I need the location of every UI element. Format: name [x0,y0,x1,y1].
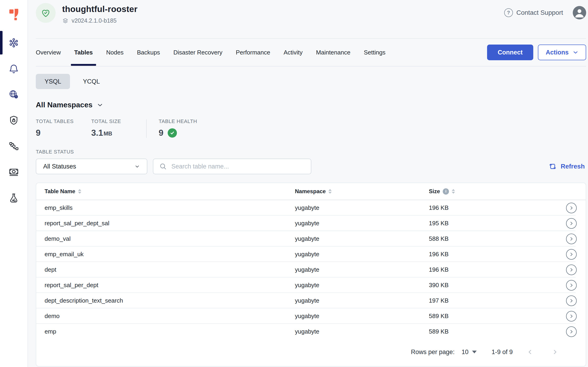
cell-table-name: report_sal_per_dept [45,282,295,289]
user-avatar[interactable] [573,6,586,19]
sidebar-item-labs[interactable] [0,185,27,211]
pagination: Rows per page: 10 1-9 of 9 [36,338,586,366]
search-box [153,158,311,174]
tab-disaster-recovery[interactable]: Disaster Recovery [173,40,222,65]
chevron-down-icon [573,50,578,55]
cluster-icon [8,37,19,48]
chevron-right-icon [568,313,574,319]
contact-support-button[interactable]: ? Contact Support [504,8,563,17]
next-page-button[interactable] [552,349,558,355]
tab-performance[interactable]: Performance [236,40,270,65]
tabbar-buttons: Connect Actions [487,45,586,60]
chevron-right-icon [568,220,574,226]
table-status-label: TABLE STATUS [36,149,586,155]
rows-per-page-select[interactable]: 10 [461,349,477,356]
sidebar-item-clusters[interactable] [0,30,27,56]
chevron-right-icon [568,282,574,288]
sidebar-item-alerts[interactable] [0,56,27,82]
sidebar-item-billing[interactable] [0,159,27,185]
health-ok-badge [168,128,177,138]
search-input[interactable] [171,163,305,170]
stat-label: TABLE HEALTH [159,118,197,125]
table-row[interactable]: demo yugabyte 589 KB [36,308,586,324]
column-label: Namespace [295,188,326,195]
column-label: Size [429,188,440,195]
cell-size: 195 KB [429,220,557,227]
yugabyte-logo[interactable] [0,0,28,25]
info-icon[interactable]: i [443,188,449,195]
bell-icon [8,63,19,74]
tab-tables[interactable]: Tables [74,40,93,65]
status-select[interactable]: All Statuses [36,158,147,174]
table-row[interactable]: demo_val yugabyte 588 KB [36,231,586,247]
contact-support-label: Contact Support [516,9,563,17]
table-row[interactable]: report_sal_per_dept_sal yugabyte 195 KB [36,216,586,231]
refresh-button[interactable]: Refresh [548,162,585,171]
help-icon: ? [504,8,513,17]
cluster-header: thoughtful-rooster v2024.2.1.0-b185 [36,0,137,24]
sort-icon [328,189,332,194]
tab-nodes[interactable]: Nodes [106,40,124,65]
namespace-selector[interactable]: All Namespaces [36,101,103,109]
column-header-size[interactable]: Size i [429,188,557,195]
check-icon [169,130,175,136]
heart-check-icon [40,8,51,18]
previous-page-button[interactable] [527,349,534,355]
column-header-table-name[interactable]: Table Name [45,188,295,195]
sidebar-item-security[interactable] [0,107,27,133]
dropdown-arrow-icon [472,350,477,353]
row-detail-button[interactable] [566,311,577,322]
chevron-down-icon [134,164,140,169]
cell-table-name: dept_description_text_search [45,297,295,304]
sort-icon [78,189,81,194]
row-detail-button[interactable] [566,326,577,337]
table-header: Table Name Namespace Size i [36,183,586,200]
tab-maintenance[interactable]: Maintenance [316,40,350,65]
table-row[interactable]: emp yugabyte 589 KB [36,324,586,339]
cell-table-name: demo_val [45,235,295,242]
tab-overview[interactable]: Overview [36,40,61,65]
sidebar-item-admin[interactable] [0,82,27,107]
toggle-ycql[interactable]: YCQL [74,74,109,89]
refresh-icon [548,162,557,171]
row-detail-button[interactable] [566,249,577,260]
actions-button[interactable]: Actions [538,45,586,60]
actions-label: Actions [546,49,569,56]
connect-button[interactable]: Connect [487,45,533,60]
sidebar-nav [0,30,27,211]
tab-backups[interactable]: Backups [137,40,160,65]
cell-namespace: yugabyte [295,328,429,335]
cell-size: 589 KB [429,328,557,335]
workflow-icon [8,141,19,152]
pagination-range: 1-9 of 9 [492,349,513,356]
cell-size: 588 KB [429,235,557,242]
table-row[interactable]: report_sal_per_dept yugabyte 390 KB [36,277,586,293]
sidebar-item-integrations[interactable] [0,133,27,159]
person-icon [573,6,586,19]
cell-namespace: yugabyte [295,282,429,289]
filter-row: All Statuses Refresh [36,158,586,174]
column-header-namespace[interactable]: Namespace [295,188,429,195]
namespace-label: All Namespaces [36,101,92,109]
row-detail-button[interactable] [566,218,577,229]
table-row[interactable]: emp_email_uk yugabyte 196 KB [36,247,586,262]
row-detail-button[interactable] [566,295,577,306]
table-row[interactable]: dept_description_text_search yugabyte 19… [36,293,586,308]
cell-table-name: report_sal_per_dept_sal [45,220,295,227]
toggle-ysql[interactable]: YSQL [36,74,70,89]
row-detail-button[interactable] [566,203,577,213]
cell-size: 196 KB [429,266,557,273]
cell-table-name: emp_email_uk [45,251,295,258]
cell-table-name: emp_skills [45,204,295,211]
page-title: thoughtful-rooster [62,4,137,14]
row-detail-button[interactable] [566,265,577,275]
tab-settings[interactable]: Settings [364,40,385,65]
tab-activity[interactable]: Activity [284,40,303,65]
row-detail-button[interactable] [566,234,577,244]
table-row[interactable]: dept yugabyte 196 KB [36,262,586,277]
row-detail-button[interactable] [566,280,577,291]
cell-table-name: emp [45,328,295,335]
table-row[interactable]: emp_skills yugabyte 196 KB [36,200,586,216]
api-toggle: YSQL YCQL [36,74,586,89]
cell-size: 390 KB [429,282,557,289]
